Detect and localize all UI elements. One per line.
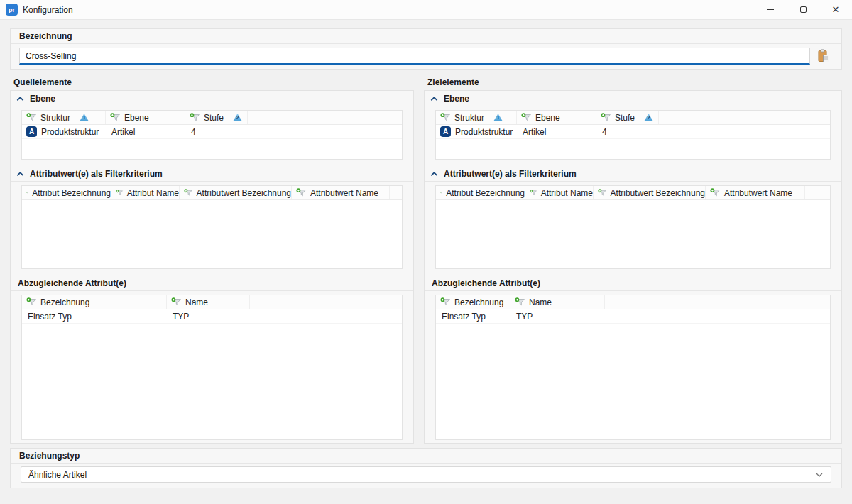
ziel-filter-section-header[interactable]: Attributwert(e) als Filterkriterium <box>425 166 841 182</box>
artikel-type-icon: A <box>26 126 37 137</box>
column-header-attribut-name[interactable]: Attribut Name <box>525 186 594 199</box>
table-header-row: Attribut Bezeichnung Attribut Name Attri… <box>22 186 402 200</box>
section-title: Attributwert(e) als Filterkriterium <box>30 169 163 179</box>
beziehungstyp-panel: Beziehungstyp Ähnliche Artikel <box>10 448 842 488</box>
column-header-attribut-bezeichnung[interactable]: Attribut Bezeichnung <box>22 186 111 199</box>
filter-icon[interactable] <box>440 297 451 307</box>
beziehungstyp-selected-value: Ähnliche Artikel <box>28 470 87 480</box>
column-header-attributwert-bezeichnung[interactable]: Attributwert Bezeichnung <box>180 186 292 199</box>
column-header-attributwert-name[interactable]: Attributwert Name <box>706 186 805 199</box>
quelle-abzugleichende-table: Bezeichnung Name Einsatz Typ TYP <box>21 295 403 440</box>
filter-icon[interactable] <box>190 113 200 122</box>
filter-icon[interactable] <box>515 297 525 307</box>
filter-icon[interactable] <box>26 188 28 197</box>
column-header-stufe[interactable]: Stufe 2 <box>185 111 248 124</box>
filter-icon[interactable] <box>296 188 307 197</box>
paste-button[interactable] <box>814 47 833 65</box>
filter-icon[interactable] <box>116 188 124 197</box>
filter-icon[interactable] <box>110 113 121 122</box>
cell-ebene: Artikel <box>517 127 596 137</box>
cell-stufe: 4 <box>185 127 248 137</box>
minimize-button[interactable] <box>754 0 787 19</box>
filter-icon[interactable] <box>184 188 193 197</box>
bezeichnung-panel: Bezeichnung <box>10 28 842 70</box>
quelle-abzugleichende-section-header: Abzugleichende Attribut(e) <box>11 275 413 291</box>
cell-bezeichnung: Einsatz Typ <box>22 312 167 322</box>
table-row[interactable]: Einsatz Typ TYP <box>22 309 402 324</box>
column-header-attributwert-bezeichnung[interactable]: Attributwert Bezeichnung <box>594 186 706 199</box>
filter-icon[interactable] <box>26 297 37 307</box>
clipboard-paste-icon <box>816 49 831 64</box>
quellelemente-panel: Ebene Struktur 1 Ebene <box>10 90 414 444</box>
quellelemente-title: Quellelemente <box>10 77 414 90</box>
column-header-struktur[interactable]: Struktur 1 <box>22 111 106 124</box>
column-header-ebene[interactable]: Ebene <box>517 111 596 124</box>
collapse-chevron-up-icon <box>16 172 24 177</box>
dialog-content: Bezeichnung Quellelemente Ebene <box>0 20 852 488</box>
sort-order-icon: 2 <box>644 114 653 121</box>
collapse-chevron-up-icon <box>430 97 438 102</box>
column-header-blank <box>250 295 402 309</box>
cell-bezeichnung: Einsatz Typ <box>436 312 510 322</box>
sort-order-icon: 1 <box>493 114 503 121</box>
filter-icon[interactable] <box>171 297 182 307</box>
cell-struktur: A Produktstruktur <box>436 126 517 137</box>
maximize-button[interactable] <box>787 0 819 19</box>
column-header-attribut-bezeichnung[interactable]: Attribut Bezeichnung <box>436 186 525 199</box>
table-header-row: Bezeichnung Name <box>22 295 402 309</box>
app-icon: pr <box>6 4 18 16</box>
column-header-attribut-name[interactable]: Attribut Name <box>111 186 180 199</box>
column-header-bezeichnung[interactable]: Bezeichnung <box>22 295 167 309</box>
filter-icon[interactable] <box>598 188 607 197</box>
ziel-abzugleichende-section-header: Abzugleichende Attribut(e) <box>425 275 841 291</box>
column-header-struktur[interactable]: Struktur 1 <box>436 111 517 124</box>
column-header-name[interactable]: Name <box>510 295 605 309</box>
bezeichnung-label: Bezeichnung <box>11 29 841 44</box>
maximize-icon <box>800 6 807 13</box>
filter-icon[interactable] <box>530 188 537 197</box>
column-header-blank <box>605 295 830 309</box>
quelle-ebene-section-header[interactable]: Ebene <box>11 91 413 106</box>
table-row[interactable]: Einsatz Typ TYP <box>436 309 830 324</box>
column-header-ebene[interactable]: Ebene <box>106 111 185 124</box>
beziehungstyp-select[interactable]: Ähnliche Artikel <box>21 466 831 483</box>
bezeichnung-input[interactable] <box>19 48 810 65</box>
filter-icon[interactable] <box>440 113 451 122</box>
filter-icon[interactable] <box>26 113 37 122</box>
ziel-ebene-table: Struktur 1 Ebene Stufe 2 <box>435 110 831 160</box>
column-header-blank <box>248 111 402 124</box>
quelle-filter-section-header[interactable]: Attributwert(e) als Filterkriterium <box>11 166 413 182</box>
filter-icon[interactable] <box>521 113 532 122</box>
table-header-row: Struktur 1 Ebene Stufe 2 <box>22 111 402 125</box>
artikel-type-icon: A <box>440 126 451 137</box>
table-header-row: Struktur 1 Ebene Stufe 2 <box>436 111 830 125</box>
chevron-down-icon <box>815 472 824 478</box>
filter-icon[interactable] <box>710 188 721 197</box>
section-title: Abzugleichende Attribut(e) <box>18 278 126 288</box>
collapse-chevron-up-icon <box>16 97 24 102</box>
close-button[interactable]: ✕ <box>819 0 852 19</box>
window-title: Konfiguration <box>23 5 73 15</box>
cell-ebene: Artikel <box>106 127 185 137</box>
titlebar[interactable]: pr Konfiguration ✕ <box>0 0 852 20</box>
sort-order-icon: 1 <box>80 114 89 121</box>
minimize-icon <box>767 9 774 10</box>
column-header-stufe[interactable]: Stufe 2 <box>596 111 659 124</box>
column-header-bezeichnung[interactable]: Bezeichnung <box>436 295 510 309</box>
ziel-filter-table: Attribut Bezeichnung Attribut Name Attri… <box>435 185 831 269</box>
quelle-ebene-table: Struktur 1 Ebene Stufe 2 <box>21 110 403 160</box>
window-controls: ✕ <box>754 0 852 19</box>
table-row[interactable]: A Produktstruktur Artikel 4 <box>436 125 830 139</box>
ziel-abzugleichende-table: Bezeichnung Name Einsatz Typ TYP <box>435 295 831 440</box>
table-row[interactable]: A Produktstruktur Artikel 4 <box>22 125 402 139</box>
filter-icon[interactable] <box>601 113 611 122</box>
column-header-attributwert-name[interactable]: Attributwert Name <box>292 186 390 199</box>
beziehungstyp-label: Beziehungstyp <box>11 449 841 464</box>
bezeichnung-body <box>11 44 841 69</box>
zielelemente-title: Zielelemente <box>424 77 842 90</box>
column-header-name[interactable]: Name <box>167 295 250 309</box>
ziel-ebene-section-header[interactable]: Ebene <box>425 91 841 106</box>
section-title: Abzugleichende Attribut(e) <box>432 278 540 288</box>
section-title: Ebene <box>444 94 469 104</box>
filter-icon[interactable] <box>440 188 442 197</box>
